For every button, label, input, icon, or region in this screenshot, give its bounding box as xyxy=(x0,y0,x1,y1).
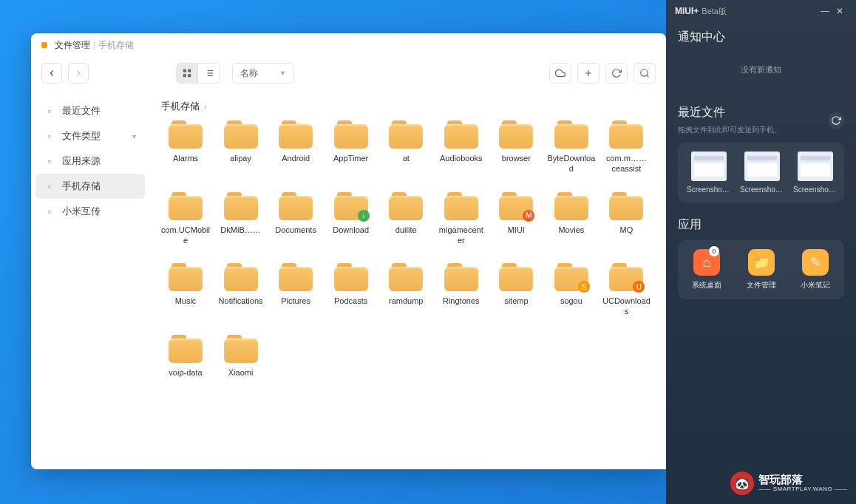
folder-item[interactable]: Pictures xyxy=(271,263,320,317)
folder-item[interactable]: voip-data xyxy=(161,335,210,378)
chevron-left-icon xyxy=(47,68,57,78)
folder-icon xyxy=(389,263,423,291)
category-icon: ▫ xyxy=(44,131,55,141)
folder-icon xyxy=(224,192,258,220)
mp-titlebar: MIUI+ Beta版 — ✕ xyxy=(666,0,856,22)
folder-item[interactable]: migamecenter xyxy=(437,192,486,246)
app-item[interactable]: 📁 文件管理 xyxy=(741,249,781,290)
folder-label: MQ xyxy=(620,225,633,235)
folder-item[interactable]: DkMiB…… xyxy=(217,192,265,246)
folder-item[interactable]: S sogou xyxy=(547,263,596,317)
sidebar-item-clock[interactable]: ▫ 最近文件 xyxy=(35,98,145,123)
grid-icon xyxy=(182,68,192,78)
minimize-button[interactable]: — xyxy=(818,6,832,16)
folder-item[interactable]: U UCDownloads xyxy=(602,263,651,317)
search-button[interactable] xyxy=(633,63,656,84)
nav-forward-button[interactable] xyxy=(68,63,89,84)
chevron-right-icon xyxy=(73,68,84,78)
folder-icon xyxy=(499,120,533,149)
miui-plus-panel: MIUI+ Beta版 — ✕ 通知中心 没有新通知 最近文件 拖拽文件到此即可… xyxy=(666,0,856,504)
recent-file-item[interactable]: Screenshot_… xyxy=(793,151,838,194)
folder-grid: Alarms alipay Android AppTimer at Audiob… xyxy=(161,120,654,378)
sidebar-item-apps[interactable]: ▫ 应用来源 xyxy=(35,149,145,174)
recent-refresh-button[interactable] xyxy=(828,112,844,129)
sidebar-item-label: 手机存储 xyxy=(62,180,101,193)
folder-label: migamecenter xyxy=(437,225,486,246)
folder-label: com.UCMobile xyxy=(161,225,210,246)
folder-icon xyxy=(334,263,368,291)
folder-label: Notifications xyxy=(219,296,263,306)
folder-label: AppTimer xyxy=(333,153,368,163)
sidebar-item-phone[interactable]: ▫ 手机存储 xyxy=(35,174,145,199)
folder-label: Xiaomi xyxy=(228,367,254,378)
folder-item[interactable]: Ringtones xyxy=(437,263,486,317)
folder-item[interactable]: duilite xyxy=(381,192,430,246)
breadcrumb[interactable]: 手机存储 › xyxy=(161,95,654,120)
sidebar-item-share[interactable]: ▫ 小米互传 xyxy=(35,199,145,224)
app-icon: 📁 xyxy=(748,249,775,276)
folder-item[interactable]: Notifications xyxy=(217,263,265,317)
app-item[interactable]: 0⌂ 系统桌面 xyxy=(687,249,727,290)
folder-item[interactable]: Movies xyxy=(547,192,596,246)
list-view-button[interactable] xyxy=(198,63,220,84)
mp-beta-label: Beta版 xyxy=(702,6,727,17)
folder-item[interactable]: Android xyxy=(271,120,320,174)
folder-icon: S xyxy=(554,263,588,291)
title-separator: | xyxy=(93,40,95,50)
folder-label: MIUI xyxy=(508,225,525,235)
breadcrumb-label: 手机存储 xyxy=(161,100,200,113)
folder-label: Ringtones xyxy=(443,296,480,306)
folder-label: Podcasts xyxy=(334,296,367,306)
watermark-sub: —— SMARTPLAY.WANG —— xyxy=(758,486,847,493)
notif-section: 通知中心 没有新通知 xyxy=(666,22,856,98)
folder-label: Movies xyxy=(558,225,584,235)
mp-brand: MIUI+ xyxy=(675,6,699,16)
svg-point-12 xyxy=(641,69,648,76)
recent-file-item[interactable]: Screenshot_… xyxy=(740,151,784,194)
cloud-button[interactable] xyxy=(549,63,571,84)
folder-label: Alarms xyxy=(173,153,198,163)
add-button[interactable] xyxy=(577,63,599,84)
folder-item[interactable]: M MIUI xyxy=(492,192,540,246)
folder-item[interactable]: at xyxy=(381,120,430,174)
folder-item[interactable]: com.UCMobile xyxy=(161,192,210,246)
folder-item[interactable]: MQ xyxy=(602,192,651,246)
folder-label: voip-data xyxy=(169,367,202,378)
refresh-icon xyxy=(831,115,841,126)
nav-back-button[interactable] xyxy=(41,63,62,84)
search-icon xyxy=(639,68,650,78)
folder-item[interactable]: Xiaomi xyxy=(217,335,265,378)
file-manager-window: 文件管理 | 手机存储 名称 ▼ xyxy=(31,33,666,469)
folder-item[interactable]: ↓ Download xyxy=(327,192,376,246)
folder-item[interactable]: Documents xyxy=(271,192,320,246)
folder-label: com.m……ceassist xyxy=(602,153,651,174)
folder-item[interactable]: browser xyxy=(492,120,540,174)
folder-item[interactable]: sitemp xyxy=(492,263,540,317)
grid-view-button[interactable] xyxy=(176,63,198,84)
apps-section: 应用 0⌂ 系统桌面📁 文件管理✎ 小米笔记 xyxy=(666,210,856,307)
refresh-button[interactable] xyxy=(605,63,628,84)
folder-icon: ↓ xyxy=(334,192,368,220)
folder-item[interactable]: Alarms xyxy=(161,120,210,174)
folder-item[interactable]: Podcasts xyxy=(327,263,376,317)
notif-title: 通知中心 xyxy=(678,30,844,45)
sidebar-item-category[interactable]: ▫ 文件类型▾ xyxy=(35,123,145,149)
file-label: Screenshot_… xyxy=(740,185,784,194)
folder-icon xyxy=(279,120,313,149)
sort-select[interactable]: 名称 ▼ xyxy=(232,63,294,84)
apps-card: 0⌂ 系统桌面📁 文件管理✎ 小米笔记 xyxy=(678,240,844,299)
folder-item[interactable]: Audiobooks xyxy=(437,120,486,174)
folder-item[interactable]: ramdump xyxy=(381,263,430,317)
app-item[interactable]: ✎ 小米笔记 xyxy=(795,249,835,290)
recent-title: 最近文件 xyxy=(678,105,781,120)
recent-file-item[interactable]: Screenshot_… xyxy=(687,151,731,194)
folder-item[interactable]: AppTimer xyxy=(327,120,376,174)
folder-item[interactable]: Music xyxy=(161,263,210,317)
folder-icon xyxy=(279,192,313,220)
close-button[interactable]: ✕ xyxy=(832,6,847,16)
folder-item[interactable]: ByteDownload xyxy=(547,120,596,174)
folder-item[interactable]: com.m……ceassist xyxy=(602,120,651,174)
folder-icon xyxy=(224,335,258,363)
folder-label: Pictures xyxy=(281,296,310,306)
folder-item[interactable]: alipay xyxy=(217,120,265,174)
